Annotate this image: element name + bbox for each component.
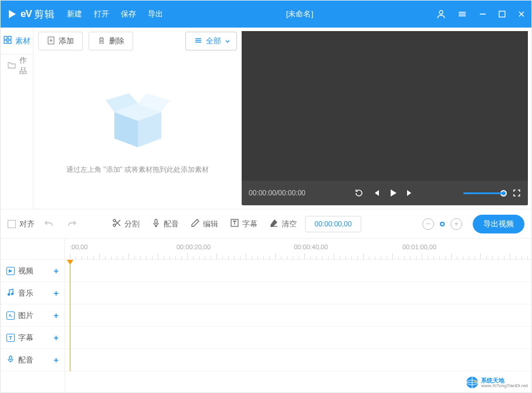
next-frame-icon[interactable] (406, 189, 414, 197)
split-label: 分割 (124, 219, 140, 229)
align-toggle[interactable]: 对齐 (8, 219, 35, 229)
sidebar-tab-material[interactable]: 素材 (1, 28, 33, 55)
volume-slider[interactable] (463, 192, 504, 194)
material-toolbar: 添加 删除 全部 (33, 28, 242, 55)
timecode-input[interactable]: 00:00:00,00 (305, 216, 361, 232)
empty-hint: 通过左上角 "添加" 或将素材拖到此处添加素材 (66, 165, 209, 175)
empty-box-icon (103, 89, 173, 155)
svg-rect-2 (4, 36, 7, 39)
menu-export[interactable]: 导出 (148, 9, 163, 19)
track-row[interactable] (65, 349, 531, 371)
voiceover-track-icon (6, 355, 15, 365)
svg-point-7 (113, 219, 116, 222)
menu-open[interactable]: 打开 (94, 9, 109, 19)
list-icon (194, 36, 202, 46)
svg-rect-4 (4, 40, 7, 43)
sidebar-material-label: 素材 (15, 36, 31, 46)
timeline-main[interactable]: :00,0000:00:20,0000:00:40,0000:01:00,00 (65, 239, 531, 391)
track-row[interactable] (65, 260, 531, 282)
video-track-icon (6, 267, 15, 275)
menu-new[interactable]: 新建 (67, 9, 82, 19)
svg-point-11 (8, 294, 10, 296)
watermark: 系统天地 www.XiTongTianDi.net (466, 376, 528, 390)
menu-save[interactable]: 保存 (121, 9, 136, 19)
undo-button[interactable] (39, 215, 58, 233)
svg-point-12 (12, 293, 13, 295)
watermark-url: www.XiTongTianDi.net (481, 384, 528, 389)
filter-label: 全部 (206, 36, 221, 46)
add-label: 添加 (59, 36, 74, 46)
timeline: 视频 + 音乐 + 图片 + T 字幕 + 配音 + :00,0000:00:2… (1, 239, 531, 391)
timeline-ruler[interactable]: :00,0000:00:20,0000:00:40,0000:01:00,00 (65, 239, 531, 260)
voiceover-tool[interactable]: 配音 (148, 218, 182, 229)
minimize-icon[interactable] (479, 10, 487, 18)
add-button[interactable]: 添加 (38, 32, 83, 50)
app-name: 剪辑 (34, 8, 55, 21)
filter-dropdown[interactable]: 全部 (185, 32, 237, 50)
text-icon (230, 218, 239, 229)
svg-rect-5 (8, 40, 11, 43)
edit-tool[interactable]: 编辑 (187, 218, 222, 229)
track-audio[interactable]: 音乐 + (1, 282, 65, 304)
grid-icon (4, 36, 12, 46)
add-image-track[interactable]: + (53, 310, 59, 320)
sidebar-works-label: 作品 (19, 55, 33, 76)
scissors-icon (112, 218, 121, 229)
add-subtitle-track[interactable]: + (53, 333, 59, 343)
track-image[interactable]: 图片 + (1, 304, 65, 327)
track-audio-label: 音乐 (18, 288, 33, 299)
track-video-label: 视频 (18, 266, 33, 276)
preview-video-area[interactable] (242, 31, 528, 181)
clear-tool[interactable]: 清空 (266, 218, 300, 229)
pencil-icon (191, 218, 200, 229)
delete-button[interactable]: 删除 (89, 32, 133, 50)
track-voiceover-label: 配音 (18, 355, 33, 365)
track-voiceover[interactable]: 配音 + (1, 349, 65, 371)
close-icon[interactable] (517, 10, 526, 18)
main-menu: 新建 打开 保存 导出 (67, 9, 163, 19)
track-row[interactable] (65, 304, 531, 327)
subtitle-tool[interactable]: 字幕 (226, 218, 261, 229)
image-track-icon (6, 311, 15, 320)
globe-icon (466, 376, 479, 390)
chevron-down-icon (225, 37, 231, 46)
track-row[interactable] (65, 282, 531, 304)
timeline-tracks[interactable] (65, 260, 531, 371)
material-empty-area[interactable]: 通过左上角 "添加" 或将素材拖到此处添加素材 (33, 55, 242, 209)
eraser-icon (269, 218, 279, 229)
maximize-icon[interactable] (499, 11, 506, 18)
rotate-icon[interactable] (354, 188, 364, 198)
sidebar-tab-works[interactable]: 作品 (1, 55, 33, 77)
sidebar: 素材 作品 (1, 28, 33, 209)
track-subtitle[interactable]: T 字幕 + (1, 327, 65, 349)
playhead[interactable] (70, 260, 70, 371)
user-icon[interactable] (436, 9, 446, 19)
add-audio-track[interactable]: + (53, 288, 59, 298)
preview-time: 00:00:00/00:00:00 (249, 189, 306, 197)
zoom-controls: − + (422, 218, 462, 230)
play-icon[interactable] (388, 188, 398, 198)
zoom-out-button[interactable]: − (422, 218, 434, 230)
add-video-track[interactable]: + (53, 266, 59, 276)
edit-toolbar: 对齐 分割 配音 编辑 字幕 清空 00:00:00,00 − + 导出视频 (1, 209, 531, 239)
add-voiceover-track[interactable]: + (53, 355, 59, 365)
preview-panel: 00:00:00/00:00:00 (242, 31, 528, 205)
zoom-in-button[interactable]: + (450, 218, 462, 230)
material-panel: 添加 删除 全部 通过左上角 "添加" (33, 28, 242, 209)
folder-icon (8, 61, 16, 71)
track-row[interactable] (65, 327, 531, 349)
mic-icon (151, 218, 161, 229)
track-video[interactable]: 视频 + (1, 260, 65, 282)
redo-button[interactable] (63, 215, 82, 233)
zoom-slider[interactable] (440, 222, 445, 226)
add-file-icon (47, 36, 55, 46)
play-logo-icon (6, 8, 18, 20)
split-tool[interactable]: 分割 (109, 218, 143, 229)
menu-icon[interactable] (458, 9, 467, 19)
svg-rect-9 (155, 219, 157, 223)
preview-controls: 00:00:00/00:00:00 (242, 181, 528, 205)
export-video-button[interactable]: 导出视频 (473, 215, 524, 233)
align-checkbox[interactable] (8, 220, 16, 228)
prev-frame-icon[interactable] (372, 189, 380, 197)
fullscreen-icon[interactable] (513, 189, 521, 197)
